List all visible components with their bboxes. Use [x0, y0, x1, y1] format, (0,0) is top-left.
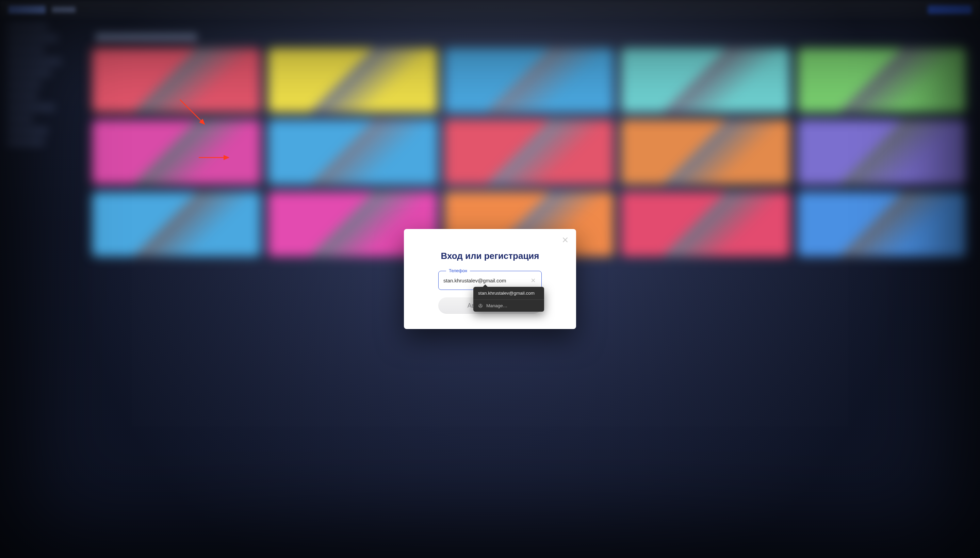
modal-title: Вход или регистрация	[414, 251, 566, 261]
autofill-suggestion[interactable]: stan.khrustalev@gmail.com	[473, 287, 544, 299]
close-icon	[561, 236, 569, 244]
modal-overlay[interactable]: Вход или регистрация Телефон Авторизоват…	[0, 0, 980, 558]
close-icon	[530, 277, 536, 283]
svg-point-7	[480, 305, 481, 307]
login-modal: Вход или регистрация Телефон Авторизоват…	[404, 229, 576, 329]
autofill-manage[interactable]: Manage…	[473, 300, 544, 312]
close-button[interactable]	[559, 234, 571, 246]
phone-input[interactable]	[443, 277, 526, 284]
phone-field-label: Телефон	[446, 268, 470, 273]
browser-autofill-popup: stan.khrustalev@gmail.com Manage…	[473, 287, 544, 312]
autofill-manage-label: Manage…	[486, 303, 507, 308]
clear-input-button[interactable]	[529, 276, 538, 285]
chrome-icon	[478, 304, 483, 308]
